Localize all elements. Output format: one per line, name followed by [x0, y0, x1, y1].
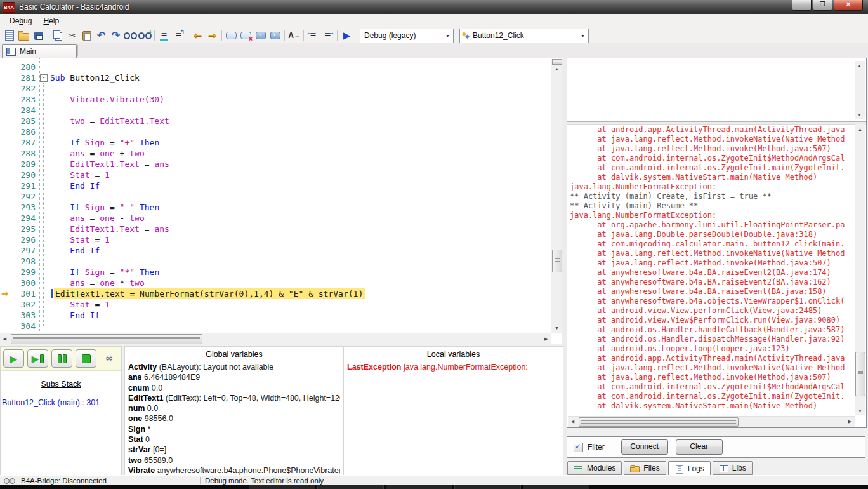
code-editor[interactable]: 280281-Sub Button12_Click282283 Vibrate.…: [0, 58, 562, 344]
outdent-icon[interactable]: [306, 29, 320, 43]
code-line-301[interactable]: 301EditText1.text = NumberFormat(strVar(…: [0, 288, 551, 299]
line-number[interactable]: 292: [8, 191, 36, 202]
code-line-300[interactable]: 300 ans = one * two: [0, 278, 551, 288]
paste-icon[interactable]: [79, 29, 94, 43]
scroll-up-button[interactable]: ▲: [552, 64, 562, 74]
redo-icon[interactable]: [109, 29, 123, 43]
code-line-280[interactable]: 280: [0, 62, 551, 72]
taskbar-button[interactable]: [317, 485, 384, 489]
upper-panel-scrollbar[interactable]: ▲ ▼: [855, 61, 865, 119]
taskbar-button[interactable]: [523, 485, 589, 489]
close-button[interactable]: ×: [834, 0, 863, 11]
restore-button[interactable]: ❒: [813, 0, 832, 11]
connect-button[interactable]: Connect: [621, 439, 668, 455]
menu-help[interactable]: Help: [37, 15, 65, 27]
upper-log-panel[interactable]: ▲ ▼: [568, 60, 865, 121]
code-line-303[interactable]: 303 End If: [0, 310, 551, 321]
find-icon[interactable]: [123, 29, 138, 43]
menu-debug[interactable]: Debug: [4, 15, 37, 27]
save-icon[interactable]: [31, 29, 46, 43]
tab-libs[interactable]: Libs: [713, 461, 753, 475]
line-number[interactable]: 281: [8, 72, 36, 83]
line-number[interactable]: 303: [8, 310, 36, 321]
log-vscroll-thumb[interactable]: [855, 352, 865, 396]
code-line-299[interactable]: 299 If Sign = "*" Then: [0, 267, 551, 278]
code-line-294[interactable]: 294 ans = one - two: [0, 213, 551, 224]
cut-icon[interactable]: [65, 29, 79, 43]
taskbar-button[interactable]: [249, 485, 315, 489]
line-number[interactable]: 286: [8, 126, 36, 137]
uncomment-lines-icon[interactable]: [171, 29, 186, 43]
new-file-icon[interactable]: [2, 29, 16, 43]
code-line-287[interactable]: 287 If Sign = "+" Then: [0, 137, 551, 148]
editor-vertical-scrollbar[interactable]: ▲ ▼: [551, 59, 562, 333]
code-line-298[interactable]: 298: [0, 256, 551, 267]
code-line-296[interactable]: 296 Stat = 1: [0, 234, 551, 245]
taskbar-button[interactable]: [386, 485, 452, 489]
log-hscroll-thumb[interactable]: [579, 417, 739, 427]
scroll-left-button[interactable]: ◀: [568, 417, 577, 426]
nav-back-icon[interactable]: [190, 29, 205, 43]
code-line-289[interactable]: 289 EditText1.Text = ans: [0, 159, 551, 170]
line-number[interactable]: 299: [8, 267, 36, 278]
line-number[interactable]: 294: [8, 213, 36, 224]
line-number[interactable]: 284: [8, 105, 36, 116]
sub-navigator-select[interactable]: Button12_Click ▼: [459, 29, 589, 43]
code-line-281[interactable]: 281-Sub Button12_Click: [0, 72, 551, 83]
minimize-button[interactable]: ─: [792, 0, 812, 11]
line-number[interactable]: 298: [8, 256, 36, 267]
editor-hscroll-thumb[interactable]: [11, 334, 202, 344]
line-number[interactable]: 283: [8, 94, 36, 105]
line-number[interactable]: 288: [8, 148, 36, 159]
code-line-282[interactable]: 282: [0, 83, 551, 94]
line-number[interactable]: 289: [8, 159, 36, 170]
editor-vscroll-thumb[interactable]: [552, 250, 562, 272]
scroll-down-button[interactable]: ▼: [552, 323, 562, 333]
toggle-breakpoint-icon[interactable]: [224, 29, 239, 43]
code-line-283[interactable]: 283 Vibrate.Vibrate(30): [0, 94, 551, 105]
code-line-295[interactable]: 295 EditText1.Text = ans: [0, 224, 551, 234]
tab-files[interactable]: Files: [624, 461, 666, 475]
step-over-button[interactable]: ▶: [27, 349, 48, 368]
line-number[interactable]: 302: [8, 299, 36, 310]
code-line-297[interactable]: 297 End If: [0, 245, 551, 256]
code-line-302[interactable]: 302 Stat = 1: [0, 299, 551, 310]
code-line-285[interactable]: 285 two = EditText1.Text: [0, 116, 551, 126]
bookmark-next-icon[interactable]: ›: [268, 29, 282, 43]
run-icon[interactable]: [339, 29, 354, 43]
log-vertical-scrollbar[interactable]: ▲ ▼: [855, 124, 865, 415]
scroll-left-button[interactable]: ◀: [0, 334, 10, 344]
line-number[interactable]: 297: [8, 245, 36, 256]
scroll-down-button[interactable]: ▼: [855, 406, 865, 415]
resume-button[interactable]: ▶: [3, 349, 24, 368]
open-file-icon[interactable]: [16, 29, 31, 43]
fold-collapse-icon[interactable]: -: [40, 74, 48, 82]
bookmark-prev-icon[interactable]: ‹: [253, 29, 268, 43]
scroll-down-button[interactable]: ▼: [855, 110, 864, 119]
clear-breakpoints-icon[interactable]: ×: [239, 29, 253, 43]
clear-button[interactable]: Clear: [676, 439, 723, 455]
tab-main[interactable]: Main: [2, 44, 77, 58]
code-line-293[interactable]: 293 If Sign = "-" Then: [0, 202, 551, 213]
line-number[interactable]: 291: [8, 180, 36, 191]
editor-horizontal-scrollbar[interactable]: ◀ ▶: [0, 333, 551, 344]
line-number[interactable]: 304: [8, 321, 36, 332]
change-case-icon[interactable]: [287, 29, 301, 43]
chain-link-icon[interactable]: ∞: [105, 354, 114, 363]
stop-button[interactable]: [76, 349, 96, 368]
comment-lines-icon[interactable]: [157, 29, 171, 43]
line-number[interactable]: 295: [8, 224, 36, 234]
line-number[interactable]: 296: [8, 234, 36, 245]
line-number[interactable]: 280: [8, 62, 36, 72]
code-line-291[interactable]: 291 End If: [0, 180, 551, 191]
line-number[interactable]: 301: [8, 288, 36, 299]
scroll-up-button[interactable]: ▲: [855, 124, 865, 134]
copy-icon[interactable]: [50, 29, 65, 43]
subs-stack-entry[interactable]: Button12_Click (main) : 301: [2, 398, 100, 407]
line-number[interactable]: 300: [8, 278, 36, 288]
tab-logs[interactable]: Logs: [668, 461, 711, 476]
code-line-288[interactable]: 288 ans = one + two: [0, 148, 551, 159]
scroll-right-button[interactable]: ▶: [541, 334, 551, 344]
pause-button[interactable]: [51, 349, 72, 368]
line-number[interactable]: 285: [8, 116, 36, 126]
